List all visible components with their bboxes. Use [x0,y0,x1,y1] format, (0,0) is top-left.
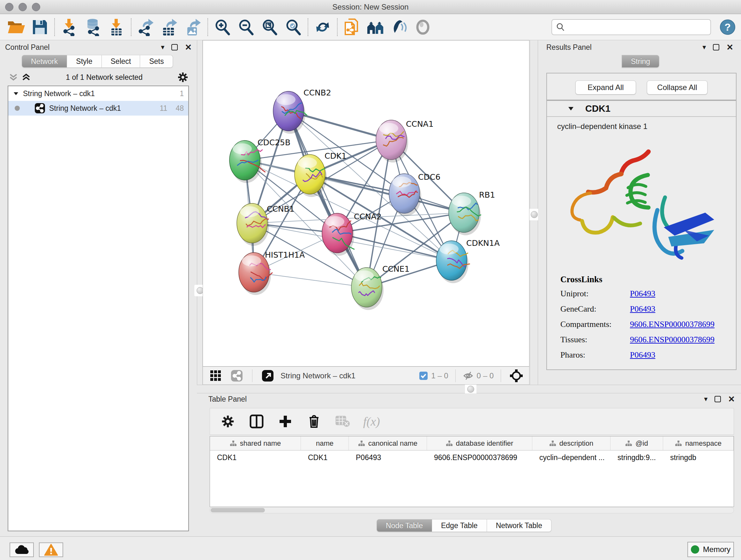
save-session-icon[interactable] [29,17,51,37]
import-network-file-icon[interactable] [59,17,80,37]
network-node-ccnb1[interactable]: CCNB1 [237,203,294,246]
network-options-gear-icon[interactable] [176,69,190,85]
cloud-status-button[interactable] [10,543,34,557]
section-collapse-icon[interactable] [567,105,575,112]
tab-select[interactable]: Select [102,55,140,68]
column-header-namespace[interactable]: namespace [663,436,734,450]
show-all-icon[interactable] [412,17,433,37]
table-panel-close-icon[interactable]: ✕ [728,395,735,403]
scrollbar-thumb[interactable] [211,508,265,512]
selected-checkbox-icon[interactable] [419,371,428,380]
fit-selected-crosshair-icon[interactable] [508,368,525,384]
results-panel-float-icon[interactable] [713,44,719,51]
birds-eye-grid-icon[interactable] [207,368,224,384]
search-input[interactable] [567,23,706,32]
crosslink-link[interactable]: P06493 [630,289,655,299]
network-node-cdkn1a[interactable]: CDKN1A [436,239,500,283]
network-node-hist1h1a[interactable]: HIST1H1A [239,250,305,295]
import-network-database-icon[interactable] [82,17,104,37]
network-node-ccnb2[interactable]: CCNB2 [273,88,331,134]
zoom-fit-icon[interactable] [259,17,280,37]
control-panel-menu-icon[interactable]: ▾ [161,44,164,51]
crosslink-label: Uniprot: [560,289,630,299]
table-panel-menu-icon[interactable]: ▾ [704,395,708,402]
table-row[interactable]: CDK1CDK1P064939606.ENSP00000378699cyclin… [210,450,734,464]
tab-network-table[interactable]: Network Table [487,519,551,532]
crosslink-link[interactable]: P06493 [630,304,655,314]
network-node-rb1[interactable]: RB1 [449,190,495,235]
table-panel: Table Panel ▾ ✕ f(x) [203,393,741,536]
tab-sets[interactable]: Sets [140,55,173,68]
import-table-file-icon[interactable] [106,17,127,37]
collection-expander-icon[interactable] [13,90,19,97]
column-header-shared-name[interactable]: shared name [210,436,301,450]
export-image-icon[interactable] [183,17,204,37]
title-bar: Session: New Session [0,0,741,14]
tab-string[interactable]: String [622,55,659,68]
results-panel: Results Panel ▾ ✕ String Expand All Coll… [538,40,741,385]
zoom-out-icon[interactable] [235,17,257,37]
expand-all-icon[interactable] [20,69,32,85]
results-panel-menu-icon[interactable]: ▾ [702,44,706,51]
network-collection-row[interactable]: String Network – cdk1 1 [8,86,188,101]
crosslink-link[interactable]: P06493 [630,350,655,360]
table-settings-gear-icon[interactable] [219,413,236,430]
network-edge[interactable] [337,233,452,260]
string-network-graph[interactable]: CCNB2CCNA1CDC25BCDK1CDC6RB1CCNB1CCNA2CDK… [203,41,529,366]
network-share-icon[interactable] [228,368,245,384]
open-session-icon[interactable] [6,17,27,37]
help-button[interactable]: ? [720,19,735,35]
hidden-eye-icon[interactable] [463,371,474,381]
export-network-icon[interactable] [135,17,156,37]
column-header-database-identifier[interactable]: database identifier [427,436,532,450]
zoom-in-icon[interactable] [212,17,233,37]
delete-table-icon[interactable] [334,413,351,430]
memory-button[interactable]: Memory [687,542,734,557]
table-panel-float-icon[interactable] [715,396,721,402]
network-node-ccna1[interactable]: CCNA1 [376,119,434,163]
tab-network[interactable]: Network [22,55,67,68]
collapse-all-icon[interactable] [7,69,20,85]
zoom-selected-icon[interactable] [283,17,304,37]
column-header-name[interactable]: name [301,436,349,450]
show-columns-icon[interactable] [248,413,265,430]
cdk1-section-header[interactable]: CDK1 [547,101,736,117]
node-label: CDC25B [258,138,290,147]
search-box[interactable] [551,19,711,35]
control-panel-float-icon[interactable] [172,44,178,51]
hide-selected-icon[interactable] [389,17,410,37]
bottom-panel-divider[interactable] [197,385,741,393]
column-header-id[interactable]: @id [610,436,663,450]
column-header-canonical-name[interactable]: canonical name [349,436,427,450]
collapse-all-button[interactable]: Collapse All [647,80,708,95]
network-edge[interactable] [310,174,464,212]
crosslinks-title: CrossLinks [560,274,736,285]
delete-column-trash-icon[interactable] [306,413,322,430]
left-panel-divider[interactable] [197,40,203,385]
crosslink-link[interactable]: 9606.ENSP00000378699 [630,320,715,329]
tab-style[interactable]: Style [67,55,102,68]
expand-all-button[interactable]: Expand All [576,80,636,95]
first-neighbors-icon[interactable] [365,17,386,37]
export-table-icon[interactable] [159,17,180,37]
network-node-cdc6[interactable]: CDC6 [389,172,441,216]
network-node-cdk1[interactable]: CDK1 [294,151,347,197]
network-node-ccne1[interactable]: CCNE1 [351,264,409,310]
network-canvas[interactable]: CCNB2CCNA1CDC25BCDK1CDC6RB1CCNB1CCNA2CDK… [203,40,529,367]
create-column-plus-icon[interactable] [277,413,293,430]
table-horizontal-scrollbar[interactable] [210,507,734,513]
network-row[interactable]: String Network – cdk1 11 48 [8,101,188,116]
results-panel-close-icon[interactable]: ✕ [726,43,733,51]
right-panel-divider[interactable] [530,40,538,385]
warnings-button[interactable] [39,543,63,557]
apply-preferred-layout-icon[interactable] [312,17,333,37]
crosslink-link[interactable]: 9606.ENSP00000378699 [630,335,715,345]
function-builder-icon[interactable]: f(x) [363,415,380,428]
detach-view-icon[interactable] [259,368,276,384]
network-edge[interactable] [288,111,367,287]
column-header-description[interactable]: description [532,436,610,450]
tab-edge-table[interactable]: Edge Table [432,519,487,532]
new-network-from-selection-icon[interactable] [341,17,362,37]
tab-node-table[interactable]: Node Table [377,519,432,532]
control-panel-close-icon[interactable]: ✕ [185,43,192,51]
